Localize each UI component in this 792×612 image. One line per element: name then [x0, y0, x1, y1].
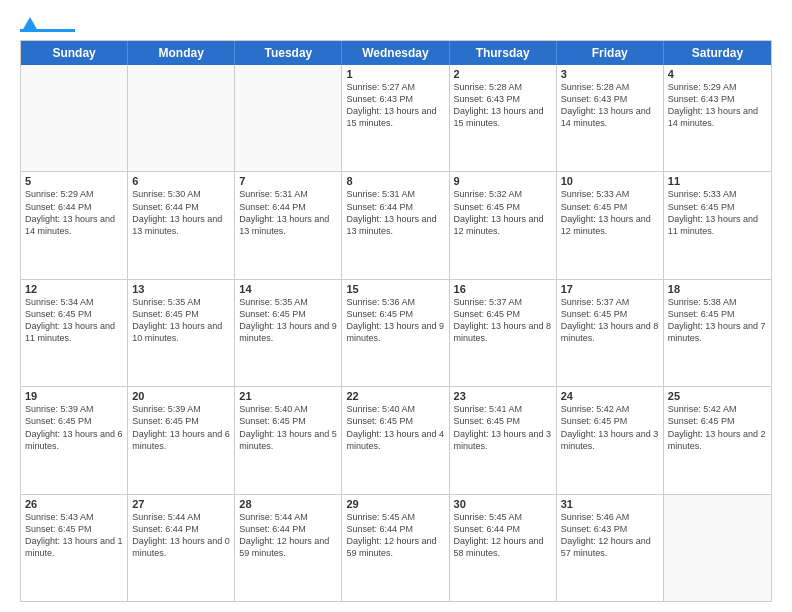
day-info: Sunrise: 5:46 AM Sunset: 6:43 PM Dayligh… [561, 511, 659, 560]
day-info: Sunrise: 5:42 AM Sunset: 6:45 PM Dayligh… [668, 403, 767, 452]
day-number: 15 [346, 283, 444, 295]
day-number: 6 [132, 175, 230, 187]
day-number: 28 [239, 498, 337, 510]
day-cell: 15Sunrise: 5:36 AM Sunset: 6:45 PM Dayli… [342, 280, 449, 386]
calendar-header: SundayMondayTuesdayWednesdayThursdayFrid… [21, 41, 771, 65]
day-info: Sunrise: 5:33 AM Sunset: 6:45 PM Dayligh… [561, 188, 659, 237]
day-cell: 7Sunrise: 5:31 AM Sunset: 6:44 PM Daylig… [235, 172, 342, 278]
day-cell: 31Sunrise: 5:46 AM Sunset: 6:43 PM Dayli… [557, 495, 664, 601]
calendar-body: 1Sunrise: 5:27 AM Sunset: 6:43 PM Daylig… [21, 65, 771, 601]
logo [20, 15, 79, 32]
day-number: 22 [346, 390, 444, 402]
day-cell: 4Sunrise: 5:29 AM Sunset: 6:43 PM Daylig… [664, 65, 771, 171]
day-cell: 12Sunrise: 5:34 AM Sunset: 6:45 PM Dayli… [21, 280, 128, 386]
day-number: 31 [561, 498, 659, 510]
day-header-friday: Friday [557, 41, 664, 65]
day-cell: 26Sunrise: 5:43 AM Sunset: 6:45 PM Dayli… [21, 495, 128, 601]
day-cell [21, 65, 128, 171]
day-cell: 16Sunrise: 5:37 AM Sunset: 6:45 PM Dayli… [450, 280, 557, 386]
day-info: Sunrise: 5:45 AM Sunset: 6:44 PM Dayligh… [346, 511, 444, 560]
day-info: Sunrise: 5:45 AM Sunset: 6:44 PM Dayligh… [454, 511, 552, 560]
day-number: 12 [25, 283, 123, 295]
day-cell: 8Sunrise: 5:31 AM Sunset: 6:44 PM Daylig… [342, 172, 449, 278]
day-cell: 21Sunrise: 5:40 AM Sunset: 6:45 PM Dayli… [235, 387, 342, 493]
day-number: 26 [25, 498, 123, 510]
page: SundayMondayTuesdayWednesdayThursdayFrid… [0, 0, 792, 612]
day-info: Sunrise: 5:39 AM Sunset: 6:45 PM Dayligh… [132, 403, 230, 452]
logo-underline [20, 29, 75, 32]
day-cell: 23Sunrise: 5:41 AM Sunset: 6:45 PM Dayli… [450, 387, 557, 493]
week-row-4: 26Sunrise: 5:43 AM Sunset: 6:45 PM Dayli… [21, 495, 771, 601]
week-row-2: 12Sunrise: 5:34 AM Sunset: 6:45 PM Dayli… [21, 280, 771, 387]
day-number: 11 [668, 175, 767, 187]
day-info: Sunrise: 5:31 AM Sunset: 6:44 PM Dayligh… [346, 188, 444, 237]
day-cell [664, 495, 771, 601]
day-info: Sunrise: 5:41 AM Sunset: 6:45 PM Dayligh… [454, 403, 552, 452]
day-number: 21 [239, 390, 337, 402]
day-info: Sunrise: 5:37 AM Sunset: 6:45 PM Dayligh… [454, 296, 552, 345]
day-info: Sunrise: 5:44 AM Sunset: 6:44 PM Dayligh… [132, 511, 230, 560]
day-cell: 30Sunrise: 5:45 AM Sunset: 6:44 PM Dayli… [450, 495, 557, 601]
day-info: Sunrise: 5:38 AM Sunset: 6:45 PM Dayligh… [668, 296, 767, 345]
header [20, 15, 772, 32]
day-header-wednesday: Wednesday [342, 41, 449, 65]
day-number: 20 [132, 390, 230, 402]
day-info: Sunrise: 5:32 AM Sunset: 6:45 PM Dayligh… [454, 188, 552, 237]
day-cell: 11Sunrise: 5:33 AM Sunset: 6:45 PM Dayli… [664, 172, 771, 278]
day-header-sunday: Sunday [21, 41, 128, 65]
day-number: 30 [454, 498, 552, 510]
day-info: Sunrise: 5:33 AM Sunset: 6:45 PM Dayligh… [668, 188, 767, 237]
day-cell: 9Sunrise: 5:32 AM Sunset: 6:45 PM Daylig… [450, 172, 557, 278]
day-info: Sunrise: 5:34 AM Sunset: 6:45 PM Dayligh… [25, 296, 123, 345]
day-cell: 14Sunrise: 5:35 AM Sunset: 6:45 PM Dayli… [235, 280, 342, 386]
day-number: 5 [25, 175, 123, 187]
day-cell: 29Sunrise: 5:45 AM Sunset: 6:44 PM Dayli… [342, 495, 449, 601]
day-number: 23 [454, 390, 552, 402]
day-cell: 20Sunrise: 5:39 AM Sunset: 6:45 PM Dayli… [128, 387, 235, 493]
day-cell: 2Sunrise: 5:28 AM Sunset: 6:43 PM Daylig… [450, 65, 557, 171]
day-number: 18 [668, 283, 767, 295]
day-cell [235, 65, 342, 171]
day-number: 7 [239, 175, 337, 187]
day-info: Sunrise: 5:35 AM Sunset: 6:45 PM Dayligh… [132, 296, 230, 345]
day-cell: 25Sunrise: 5:42 AM Sunset: 6:45 PM Dayli… [664, 387, 771, 493]
day-number: 14 [239, 283, 337, 295]
day-number: 9 [454, 175, 552, 187]
day-info: Sunrise: 5:28 AM Sunset: 6:43 PM Dayligh… [454, 81, 552, 130]
day-cell: 27Sunrise: 5:44 AM Sunset: 6:44 PM Dayli… [128, 495, 235, 601]
day-number: 10 [561, 175, 659, 187]
day-info: Sunrise: 5:36 AM Sunset: 6:45 PM Dayligh… [346, 296, 444, 345]
day-info: Sunrise: 5:28 AM Sunset: 6:43 PM Dayligh… [561, 81, 659, 130]
day-number: 27 [132, 498, 230, 510]
day-number: 8 [346, 175, 444, 187]
day-cell: 6Sunrise: 5:30 AM Sunset: 6:44 PM Daylig… [128, 172, 235, 278]
day-info: Sunrise: 5:29 AM Sunset: 6:43 PM Dayligh… [668, 81, 767, 130]
day-header-monday: Monday [128, 41, 235, 65]
day-header-saturday: Saturday [664, 41, 771, 65]
day-number: 3 [561, 68, 659, 80]
week-row-1: 5Sunrise: 5:29 AM Sunset: 6:44 PM Daylig… [21, 172, 771, 279]
day-info: Sunrise: 5:39 AM Sunset: 6:45 PM Dayligh… [25, 403, 123, 452]
week-row-0: 1Sunrise: 5:27 AM Sunset: 6:43 PM Daylig… [21, 65, 771, 172]
day-cell: 22Sunrise: 5:40 AM Sunset: 6:45 PM Dayli… [342, 387, 449, 493]
day-number: 13 [132, 283, 230, 295]
day-cell: 5Sunrise: 5:29 AM Sunset: 6:44 PM Daylig… [21, 172, 128, 278]
day-number: 29 [346, 498, 444, 510]
day-info: Sunrise: 5:27 AM Sunset: 6:43 PM Dayligh… [346, 81, 444, 130]
day-cell: 1Sunrise: 5:27 AM Sunset: 6:43 PM Daylig… [342, 65, 449, 171]
day-number: 19 [25, 390, 123, 402]
day-cell: 10Sunrise: 5:33 AM Sunset: 6:45 PM Dayli… [557, 172, 664, 278]
day-number: 17 [561, 283, 659, 295]
day-info: Sunrise: 5:40 AM Sunset: 6:45 PM Dayligh… [239, 403, 337, 452]
day-cell: 28Sunrise: 5:44 AM Sunset: 6:44 PM Dayli… [235, 495, 342, 601]
day-info: Sunrise: 5:43 AM Sunset: 6:45 PM Dayligh… [25, 511, 123, 560]
day-info: Sunrise: 5:30 AM Sunset: 6:44 PM Dayligh… [132, 188, 230, 237]
day-cell: 17Sunrise: 5:37 AM Sunset: 6:45 PM Dayli… [557, 280, 664, 386]
day-cell: 18Sunrise: 5:38 AM Sunset: 6:45 PM Dayli… [664, 280, 771, 386]
day-number: 16 [454, 283, 552, 295]
day-cell: 24Sunrise: 5:42 AM Sunset: 6:45 PM Dayli… [557, 387, 664, 493]
day-info: Sunrise: 5:40 AM Sunset: 6:45 PM Dayligh… [346, 403, 444, 452]
week-row-3: 19Sunrise: 5:39 AM Sunset: 6:45 PM Dayli… [21, 387, 771, 494]
day-number: 4 [668, 68, 767, 80]
day-info: Sunrise: 5:35 AM Sunset: 6:45 PM Dayligh… [239, 296, 337, 345]
